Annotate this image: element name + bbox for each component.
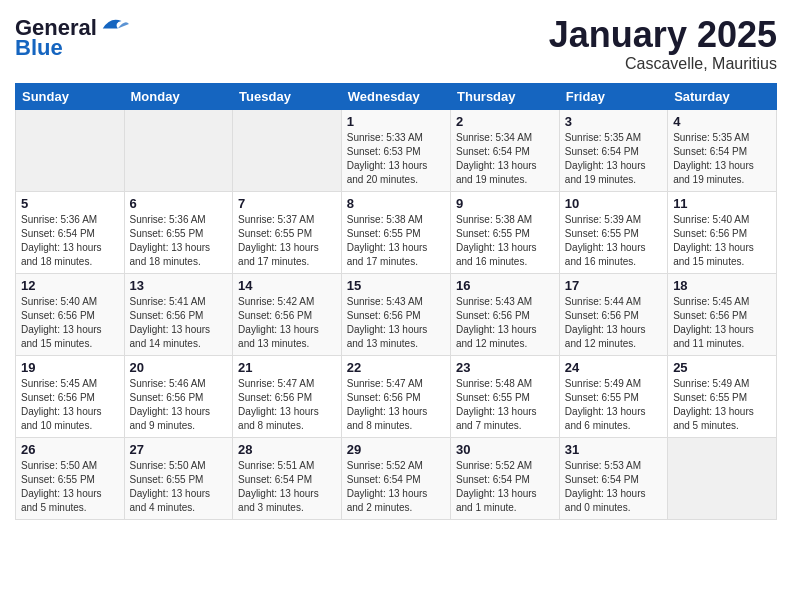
day-info: Sunrise: 5:47 AM Sunset: 6:56 PM Dayligh… xyxy=(238,377,336,433)
title-block: January 2025 Cascavelle, Mauritius xyxy=(549,15,777,73)
day-info: Sunrise: 5:52 AM Sunset: 6:54 PM Dayligh… xyxy=(347,459,445,515)
calendar-cell: 7Sunrise: 5:37 AM Sunset: 6:55 PM Daylig… xyxy=(233,191,342,273)
day-number: 2 xyxy=(456,114,554,129)
day-info: Sunrise: 5:50 AM Sunset: 6:55 PM Dayligh… xyxy=(130,459,228,515)
day-number: 23 xyxy=(456,360,554,375)
logo-text-blue: Blue xyxy=(15,35,63,61)
calendar-cell: 5Sunrise: 5:36 AM Sunset: 6:54 PM Daylig… xyxy=(16,191,125,273)
day-info: Sunrise: 5:43 AM Sunset: 6:56 PM Dayligh… xyxy=(456,295,554,351)
calendar-week-row: 12Sunrise: 5:40 AM Sunset: 6:56 PM Dayli… xyxy=(16,273,777,355)
day-number: 25 xyxy=(673,360,771,375)
day-number: 29 xyxy=(347,442,445,457)
calendar-week-row: 26Sunrise: 5:50 AM Sunset: 6:55 PM Dayli… xyxy=(16,437,777,519)
day-info: Sunrise: 5:49 AM Sunset: 6:55 PM Dayligh… xyxy=(673,377,771,433)
weekday-header: Friday xyxy=(559,83,667,109)
calendar-cell: 27Sunrise: 5:50 AM Sunset: 6:55 PM Dayli… xyxy=(124,437,233,519)
day-number: 16 xyxy=(456,278,554,293)
day-number: 24 xyxy=(565,360,662,375)
month-title: January 2025 xyxy=(549,15,777,55)
calendar-week-row: 5Sunrise: 5:36 AM Sunset: 6:54 PM Daylig… xyxy=(16,191,777,273)
day-number: 5 xyxy=(21,196,119,211)
weekday-header: Thursday xyxy=(451,83,560,109)
day-info: Sunrise: 5:40 AM Sunset: 6:56 PM Dayligh… xyxy=(673,213,771,269)
day-info: Sunrise: 5:49 AM Sunset: 6:55 PM Dayligh… xyxy=(565,377,662,433)
day-info: Sunrise: 5:52 AM Sunset: 6:54 PM Dayligh… xyxy=(456,459,554,515)
calendar-cell: 14Sunrise: 5:42 AM Sunset: 6:56 PM Dayli… xyxy=(233,273,342,355)
logo-bird-icon xyxy=(99,15,129,33)
calendar-cell: 19Sunrise: 5:45 AM Sunset: 6:56 PM Dayli… xyxy=(16,355,125,437)
calendar-cell: 4Sunrise: 5:35 AM Sunset: 6:54 PM Daylig… xyxy=(668,109,777,191)
calendar-cell: 21Sunrise: 5:47 AM Sunset: 6:56 PM Dayli… xyxy=(233,355,342,437)
calendar-cell: 10Sunrise: 5:39 AM Sunset: 6:55 PM Dayli… xyxy=(559,191,667,273)
calendar-cell xyxy=(124,109,233,191)
calendar-cell: 11Sunrise: 5:40 AM Sunset: 6:56 PM Dayli… xyxy=(668,191,777,273)
day-info: Sunrise: 5:40 AM Sunset: 6:56 PM Dayligh… xyxy=(21,295,119,351)
calendar-week-row: 19Sunrise: 5:45 AM Sunset: 6:56 PM Dayli… xyxy=(16,355,777,437)
calendar-cell: 28Sunrise: 5:51 AM Sunset: 6:54 PM Dayli… xyxy=(233,437,342,519)
calendar-cell: 30Sunrise: 5:52 AM Sunset: 6:54 PM Dayli… xyxy=(451,437,560,519)
calendar-cell: 24Sunrise: 5:49 AM Sunset: 6:55 PM Dayli… xyxy=(559,355,667,437)
day-info: Sunrise: 5:33 AM Sunset: 6:53 PM Dayligh… xyxy=(347,131,445,187)
calendar-cell: 22Sunrise: 5:47 AM Sunset: 6:56 PM Dayli… xyxy=(341,355,450,437)
day-number: 21 xyxy=(238,360,336,375)
calendar-cell: 18Sunrise: 5:45 AM Sunset: 6:56 PM Dayli… xyxy=(668,273,777,355)
calendar-cell: 8Sunrise: 5:38 AM Sunset: 6:55 PM Daylig… xyxy=(341,191,450,273)
calendar-cell xyxy=(668,437,777,519)
day-number: 7 xyxy=(238,196,336,211)
day-info: Sunrise: 5:36 AM Sunset: 6:54 PM Dayligh… xyxy=(21,213,119,269)
logo: General Blue xyxy=(15,15,129,61)
calendar-cell: 25Sunrise: 5:49 AM Sunset: 6:55 PM Dayli… xyxy=(668,355,777,437)
day-number: 12 xyxy=(21,278,119,293)
day-number: 27 xyxy=(130,442,228,457)
day-info: Sunrise: 5:45 AM Sunset: 6:56 PM Dayligh… xyxy=(673,295,771,351)
day-number: 17 xyxy=(565,278,662,293)
calendar-week-row: 1Sunrise: 5:33 AM Sunset: 6:53 PM Daylig… xyxy=(16,109,777,191)
calendar-cell: 15Sunrise: 5:43 AM Sunset: 6:56 PM Dayli… xyxy=(341,273,450,355)
day-info: Sunrise: 5:35 AM Sunset: 6:54 PM Dayligh… xyxy=(565,131,662,187)
calendar-cell xyxy=(233,109,342,191)
page-header: General Blue January 2025 Cascavelle, Ma… xyxy=(15,15,777,73)
day-number: 30 xyxy=(456,442,554,457)
day-info: Sunrise: 5:35 AM Sunset: 6:54 PM Dayligh… xyxy=(673,131,771,187)
day-number: 9 xyxy=(456,196,554,211)
day-info: Sunrise: 5:38 AM Sunset: 6:55 PM Dayligh… xyxy=(347,213,445,269)
calendar-cell: 29Sunrise: 5:52 AM Sunset: 6:54 PM Dayli… xyxy=(341,437,450,519)
location-title: Cascavelle, Mauritius xyxy=(549,55,777,73)
day-info: Sunrise: 5:38 AM Sunset: 6:55 PM Dayligh… xyxy=(456,213,554,269)
day-info: Sunrise: 5:39 AM Sunset: 6:55 PM Dayligh… xyxy=(565,213,662,269)
day-number: 28 xyxy=(238,442,336,457)
day-info: Sunrise: 5:53 AM Sunset: 6:54 PM Dayligh… xyxy=(565,459,662,515)
day-number: 22 xyxy=(347,360,445,375)
day-number: 13 xyxy=(130,278,228,293)
calendar-cell xyxy=(16,109,125,191)
day-number: 14 xyxy=(238,278,336,293)
calendar-table: SundayMondayTuesdayWednesdayThursdayFrid… xyxy=(15,83,777,520)
day-info: Sunrise: 5:37 AM Sunset: 6:55 PM Dayligh… xyxy=(238,213,336,269)
day-number: 4 xyxy=(673,114,771,129)
day-info: Sunrise: 5:51 AM Sunset: 6:54 PM Dayligh… xyxy=(238,459,336,515)
day-info: Sunrise: 5:47 AM Sunset: 6:56 PM Dayligh… xyxy=(347,377,445,433)
calendar-cell: 31Sunrise: 5:53 AM Sunset: 6:54 PM Dayli… xyxy=(559,437,667,519)
day-info: Sunrise: 5:36 AM Sunset: 6:55 PM Dayligh… xyxy=(130,213,228,269)
weekday-header-row: SundayMondayTuesdayWednesdayThursdayFrid… xyxy=(16,83,777,109)
day-info: Sunrise: 5:46 AM Sunset: 6:56 PM Dayligh… xyxy=(130,377,228,433)
day-number: 3 xyxy=(565,114,662,129)
calendar-cell: 23Sunrise: 5:48 AM Sunset: 6:55 PM Dayli… xyxy=(451,355,560,437)
calendar-cell: 13Sunrise: 5:41 AM Sunset: 6:56 PM Dayli… xyxy=(124,273,233,355)
weekday-header: Wednesday xyxy=(341,83,450,109)
calendar-cell: 9Sunrise: 5:38 AM Sunset: 6:55 PM Daylig… xyxy=(451,191,560,273)
weekday-header: Monday xyxy=(124,83,233,109)
day-info: Sunrise: 5:43 AM Sunset: 6:56 PM Dayligh… xyxy=(347,295,445,351)
day-info: Sunrise: 5:50 AM Sunset: 6:55 PM Dayligh… xyxy=(21,459,119,515)
day-number: 8 xyxy=(347,196,445,211)
day-number: 31 xyxy=(565,442,662,457)
day-number: 6 xyxy=(130,196,228,211)
calendar-cell: 12Sunrise: 5:40 AM Sunset: 6:56 PM Dayli… xyxy=(16,273,125,355)
day-number: 18 xyxy=(673,278,771,293)
calendar-cell: 6Sunrise: 5:36 AM Sunset: 6:55 PM Daylig… xyxy=(124,191,233,273)
calendar-cell: 3Sunrise: 5:35 AM Sunset: 6:54 PM Daylig… xyxy=(559,109,667,191)
day-info: Sunrise: 5:45 AM Sunset: 6:56 PM Dayligh… xyxy=(21,377,119,433)
day-number: 15 xyxy=(347,278,445,293)
day-info: Sunrise: 5:42 AM Sunset: 6:56 PM Dayligh… xyxy=(238,295,336,351)
calendar-cell: 1Sunrise: 5:33 AM Sunset: 6:53 PM Daylig… xyxy=(341,109,450,191)
